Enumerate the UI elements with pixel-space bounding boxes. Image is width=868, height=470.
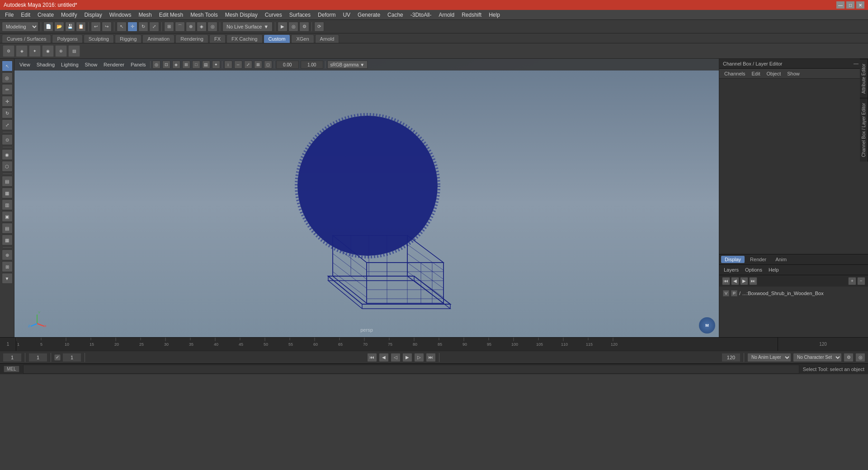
sculpt-tool[interactable]: ⬡ [2,161,13,172]
layer-3[interactable]: ▥ [2,199,13,210]
select-btn[interactable]: ↖ [117,22,127,32]
vp-menu-lighting[interactable]: Lighting [59,61,81,68]
lasso-tool[interactable]: ◎ [2,72,13,83]
ch-menu-edit[interactable]: Edit [749,70,762,77]
layer-btn-5[interactable]: + [848,277,856,285]
snap-curve-btn[interactable]: ⌒ [175,22,185,32]
vp-btn-11[interactable]: ⊠ [254,61,262,69]
vp-btn-12[interactable]: ◻ [264,61,272,69]
maximize-btn[interactable]: □ [846,1,854,9]
vp-btn-4[interactable]: ⊞ [182,61,190,69]
menu-3dtool[interactable]: -3DtoAll- [407,11,435,19]
pb-step-fwd[interactable]: ▷ [414,353,424,362]
layer-4[interactable]: ▣ [2,211,13,222]
vp-menu-show[interactable]: Show [83,61,100,68]
character-set-dropdown[interactable]: No Character Set [793,353,842,362]
menu-help[interactable]: Help [486,11,503,19]
menu-display[interactable]: Display [81,11,105,19]
vp-menu-panels[interactable]: Panels [128,61,148,68]
shelf-tab-polygons[interactable]: Polygons [52,34,82,43]
extra-1[interactable]: ⊛ [2,249,13,260]
layer-2[interactable]: ▦ [2,188,13,198]
shelf-icon-3[interactable]: ✦ [29,45,41,57]
layers-menu-layers[interactable]: Layers [722,266,741,273]
ch-tab-anim[interactable]: Anim [772,256,790,263]
vp-btn-3[interactable]: ◈ [172,61,180,69]
shelf-tab-fx-caching[interactable]: FX Caching [226,34,262,43]
menu-arnold[interactable]: Arnold [435,11,458,19]
shelf-tab-custom[interactable]: Custom [264,34,291,43]
save-as-btn[interactable]: 📋 [76,22,86,32]
vp-btn-8[interactable]: ↕ [224,61,232,69]
minimize-btn[interactable]: — [836,1,844,9]
layer-vis-toggle[interactable]: V [723,290,729,296]
pb-go-end[interactable]: ⏭ [426,353,436,362]
shelf-tab-rendering[interactable]: Rendering [175,34,208,43]
show-manip-tool[interactable]: ⊙ [2,134,13,145]
no-live-surface-btn[interactable]: No Live Surface ▼ [222,22,273,32]
shelf-icon-4[interactable]: ◉ [42,45,54,57]
shelf-tab-fx[interactable]: FX [209,34,226,43]
strip-tab-attribute-editor[interactable]: Attribute Editor [860,59,868,98]
ipr-btn[interactable]: ◎ [288,22,298,32]
pb-step-back[interactable]: ◀ [379,353,389,362]
vp-btn-2[interactable]: ⊡ [162,61,170,69]
ch-menu-channels[interactable]: Channels [722,70,747,77]
move-btn[interactable]: ✛ [127,22,137,32]
shelf-icon-6[interactable]: ▤ [68,45,80,57]
rotate-tool[interactable]: ↻ [2,108,13,118]
menu-mesh-display[interactable]: Mesh Display [222,11,261,19]
ch-tab-display[interactable]: Display [721,256,745,263]
ch-tab-render[interactable]: Render [746,256,770,263]
open-btn[interactable]: 📂 [54,22,64,32]
layer-6[interactable]: ▦ [2,235,13,245]
snap-view-btn[interactable]: ◎ [208,22,217,32]
render-settings-btn[interactable]: ⚙ [299,22,309,32]
vp-btn-1[interactable]: ◎ [152,61,160,69]
snap-point-btn[interactable]: ⊕ [186,22,196,32]
pb-extra-btn[interactable]: ◎ [855,353,865,362]
shelf-tab-arnold[interactable]: Arnold [315,34,340,43]
menu-cache[interactable]: Cache [384,11,406,19]
mel-badge[interactable]: MEL [4,366,19,372]
menu-windows[interactable]: Windows [106,11,135,19]
vp-value2-input[interactable] [301,61,323,69]
layers-menu-help[interactable]: Help [767,266,781,273]
menu-create[interactable]: Create [34,11,57,19]
menu-generate[interactable]: Generate [354,11,383,19]
pb-play-back[interactable]: ◁ [391,353,401,362]
menu-mesh[interactable]: Mesh [135,11,155,19]
vp-menu-view[interactable]: View [17,61,33,68]
vp-btn-6[interactable]: ▤ [202,61,210,69]
strip-tab-channel-box[interactable]: Channel Box / Layer Editor [860,98,868,162]
vp-btn-10[interactable]: ⤢ [244,61,252,69]
range-end-input[interactable] [722,353,741,362]
paint-tool[interactable]: ✏ [2,84,13,95]
anim-layer-dropdown[interactable]: No Anim Layer [747,353,791,362]
refresh-btn[interactable]: ⟳ [314,22,324,32]
layer-1[interactable]: ▤ [2,176,13,187]
pb-go-start[interactable]: ⏮ [367,353,377,362]
layer-name[interactable]: ...:Boxwood_Shrub_in_Wooden_Box [742,291,864,296]
scale-btn[interactable]: ⤢ [149,22,159,32]
timeline-ruler[interactable]: 1 5 10 15 20 25 30 35 40 45 50 [16,338,778,351]
layer-btn-4[interactable]: ⏭ [749,277,757,285]
layer-5[interactable]: ▤ [2,223,13,234]
menu-surfaces[interactable]: Surfaces [286,11,314,19]
vp-value1-input[interactable] [276,61,299,69]
save-btn[interactable]: 💾 [65,22,75,32]
pb-settings-btn[interactable]: ⚙ [844,353,854,362]
expand-tools[interactable]: ▼ [2,273,13,284]
shelf-icon-2[interactable]: ◈ [16,45,28,57]
snap-grid-btn[interactable]: ⊞ [164,22,174,32]
shelf-tab-sculpting[interactable]: Sculpting [84,34,114,43]
extra-2[interactable]: ⊞ [2,261,13,272]
vp-btn-5[interactable]: □ [192,61,200,69]
layers-menu-options[interactable]: Options [743,266,764,273]
redo-btn[interactable]: ↪ [102,22,112,32]
menu-file[interactable]: File [2,11,17,19]
shelf-tab-xgen[interactable]: XGen [291,34,314,43]
undo-btn[interactable]: ↩ [91,22,101,32]
close-btn[interactable]: ✕ [856,1,864,9]
layer-btn-2[interactable]: ◀ [731,277,739,285]
